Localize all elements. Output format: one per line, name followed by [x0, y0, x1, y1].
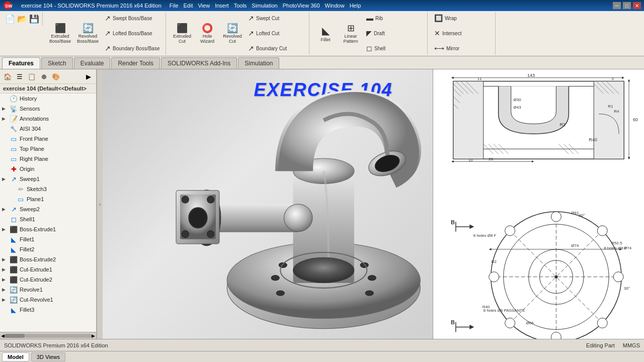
- save-icon[interactable]: 💾: [28, 13, 40, 25]
- collapse-arrow-icon[interactable]: ▶: [83, 71, 94, 82]
- tree-item-boss-extrude1[interactable]: ▶ ⬛ Boss-Extrude1: [0, 224, 96, 234]
- boundary-boss-base-button[interactable]: ↗ Boundary Boss/Base: [102, 43, 163, 53]
- cut-extrude2-label: Cut-Extrude2: [20, 277, 52, 283]
- tree-item-cut-revolve1[interactable]: ▶ 🔄 Cut-Revolve1: [0, 295, 96, 305]
- menu-file[interactable]: File: [170, 3, 179, 9]
- tree-item-boss-extrude2[interactable]: ▶ ⬛ Boss-Extrude2: [0, 254, 96, 264]
- tree-item-origin[interactable]: ✚ Origin: [0, 164, 96, 174]
- annotations-label: Annotations: [20, 116, 49, 122]
- tab-features[interactable]: Features: [2, 57, 40, 69]
- menu-view[interactable]: View: [198, 3, 210, 9]
- boss-extrude1-label: Boss-Extrude1: [20, 226, 56, 232]
- tree-item-cut-extrude2[interactable]: ▶ ⬛ Cut-Extrude2: [0, 275, 96, 285]
- material-label: AISI 304: [20, 126, 41, 132]
- display-manager-icon[interactable]: 🎨: [50, 71, 61, 82]
- tree-item-fillet2[interactable]: ◣ Fillet2: [0, 244, 96, 254]
- svg-point-22: [182, 196, 189, 203]
- wrap-button[interactable]: 🔲 Wrap: [432, 13, 492, 23]
- tab-render-tools[interactable]: Render Tools: [111, 57, 160, 69]
- tree-item-revolve1[interactable]: ▶ 🔄 Revolve1: [0, 285, 96, 295]
- sidebar-collapse-handle[interactable]: ‹: [97, 69, 103, 339]
- dim-xpert-icon[interactable]: ⊕: [38, 71, 49, 82]
- hole-wizard-button[interactable]: ⭕ HoleWizard: [195, 13, 219, 53]
- boundary-cut-icon: ↗: [248, 44, 254, 52]
- rib-button[interactable]: ▬ Rib: [364, 13, 424, 23]
- extruded-boss-base-button[interactable]: ⬛ ExtrudedBoss/Base: [47, 13, 73, 53]
- main-area: 🏠 ☰ 📋 ⊕ 🎨 ▶ exercise 104 (Default<<Defau…: [0, 69, 644, 339]
- revolved-cut-button[interactable]: 🔄 RevolvedCut: [220, 13, 245, 53]
- tree-item-history[interactable]: 🕐 History: [0, 94, 96, 104]
- svg-text:R1: R1: [608, 104, 613, 109]
- tree-item-sweep2[interactable]: ▶ ↗ Sweep2: [0, 204, 96, 214]
- linear-pattern-button[interactable]: ⊞ LinearPattern: [339, 13, 363, 53]
- scroll-right-icon[interactable]: ▶: [92, 333, 95, 338]
- swept-cut-label: Swept Cut: [256, 16, 279, 21]
- tab-sketch[interactable]: Sketch: [41, 57, 73, 69]
- tree-item-fillet1[interactable]: ◣ Fillet1: [0, 234, 96, 244]
- boss-extrude2-icon: ⬛: [9, 255, 18, 263]
- extruded-boss-icon: ⬛: [55, 23, 66, 34]
- boss-extrude2-label: Boss-Extrude2: [20, 256, 56, 262]
- minimize-button[interactable]: ─: [613, 2, 621, 9]
- menu-simulation[interactable]: Simulation: [252, 3, 277, 9]
- svg-text:Ø30: Ø30: [514, 98, 522, 102]
- property-manager-icon[interactable]: ☰: [14, 71, 25, 82]
- lofted-cut-button[interactable]: ↗ Lofted Cut: [246, 28, 306, 38]
- scroll-thumb[interactable]: [5, 334, 25, 338]
- sketch3-label: Sketch3: [27, 186, 47, 192]
- 3d-views-tab-button[interactable]: 3D Views: [31, 352, 65, 361]
- menu-insert[interactable]: Insert: [215, 3, 229, 9]
- tab-simulation[interactable]: Simulation: [238, 57, 279, 69]
- extruded-cut-button[interactable]: ⬛ ExtrudedCut: [170, 13, 194, 53]
- fillet-button[interactable]: ◣ Fillet: [313, 13, 338, 53]
- tab-evaluate[interactable]: Evaluate: [74, 57, 111, 69]
- revolved-boss-base-button[interactable]: 🔄 RevolvedBoss/Base: [74, 13, 101, 53]
- tree-item-front-plane[interactable]: ▭ Front Plane: [0, 134, 96, 144]
- svg-text:8 holes Ø8 F: 8 holes Ø8 F: [473, 233, 497, 238]
- menu-window[interactable]: Window: [325, 3, 345, 9]
- tree-item-material[interactable]: 🔧 AISI 304: [0, 124, 96, 134]
- close-button[interactable]: ✕: [633, 2, 641, 9]
- scroll-track[interactable]: [5, 334, 92, 338]
- boundary-cut-button[interactable]: ↗ Boundary Cut: [246, 43, 306, 53]
- intersect-button[interactable]: ✕ Intersect: [432, 28, 492, 38]
- lofted-boss-base-button[interactable]: ↗ Lofted Boss/Base: [102, 28, 163, 38]
- swept-boss-base-button[interactable]: ↗ Swept Boss/Base: [102, 13, 163, 23]
- linear-pattern-label: LinearPattern: [344, 34, 358, 44]
- linear-pattern-icon: ⊞: [347, 23, 355, 34]
- tree-item-plane1[interactable]: ▭ Plane1: [0, 194, 96, 204]
- shell-button[interactable]: ◻ Shell: [364, 43, 424, 53]
- swept-cut-button[interactable]: ↗ Swept Cut: [246, 13, 306, 23]
- tree-item-sketch3[interactable]: ✏ Sketch3: [0, 184, 96, 194]
- model-tab-button[interactable]: Model: [2, 352, 29, 361]
- menu-photoview[interactable]: PhotoView 360: [283, 3, 320, 9]
- svg-text:8 holes Ø8 F: 8 holes Ø8 F: [604, 246, 627, 250]
- tree-item-sweep1[interactable]: ▶ ↗ Sweep1: [0, 174, 96, 184]
- scroll-left-icon[interactable]: ◀: [1, 333, 5, 338]
- open-file-icon[interactable]: 📂: [16, 13, 28, 25]
- menu-edit[interactable]: Edit: [184, 3, 193, 9]
- tab-addins[interactable]: SOLIDWORKS Add-Ins: [161, 57, 237, 69]
- menu-help[interactable]: Help: [350, 3, 361, 9]
- front-plane-icon: ▭: [9, 135, 18, 143]
- tree-item-sensors[interactable]: ▶ 📡 Sensors: [0, 104, 96, 114]
- revolved-boss-icon: 🔄: [83, 23, 94, 34]
- tree-item-fillet3[interactable]: ◣ Fillet3: [0, 305, 96, 315]
- sidebar-scrollbar[interactable]: ◀ ▶: [0, 332, 96, 339]
- sidebar-toolbar: 🏠 ☰ 📋 ⊕ 🎨 ▶: [0, 69, 96, 84]
- 3d-viewport[interactable]: EXERCISE 104: [103, 69, 433, 339]
- tree-item-cut-extrude1[interactable]: ▶ ⬛ Cut-Extrude1: [0, 264, 96, 275]
- menu-tools[interactable]: Tools: [234, 3, 247, 9]
- draft-button[interactable]: ◤ Draft: [364, 28, 424, 38]
- mirror-button[interactable]: ⟷ Mirror: [432, 43, 492, 53]
- tree-item-annotations[interactable]: ▶ 📝 Annotations: [0, 114, 96, 124]
- tree-item-top-plane[interactable]: ▭ Top Plane: [0, 144, 96, 154]
- cut-revolve1-arrow: ▶: [2, 297, 9, 302]
- config-manager-icon[interactable]: 📋: [26, 71, 37, 82]
- feature-manager-icon[interactable]: 🏠: [2, 71, 13, 82]
- shell-label: Shell: [374, 46, 385, 51]
- tree-item-shell1[interactable]: ◻ Shell1: [0, 214, 96, 224]
- new-file-icon[interactable]: 📄: [4, 13, 16, 25]
- maximize-button[interactable]: □: [623, 2, 631, 9]
- tree-item-right-plane[interactable]: ▭ Right Plane: [0, 154, 96, 164]
